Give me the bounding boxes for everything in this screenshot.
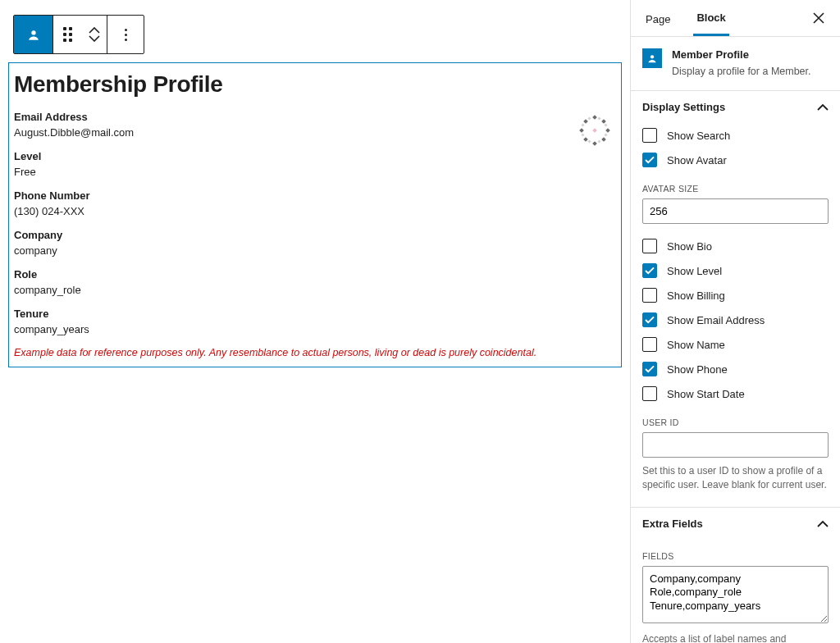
section-title-display: Display Settings: [642, 101, 817, 113]
svg-rect-8: [579, 128, 584, 133]
checkbox-row: Show Search: [642, 123, 829, 148]
svg-rect-5: [601, 137, 606, 142]
member-profile-icon: [25, 26, 42, 43]
section-toggle-display[interactable]: Display Settings: [631, 91, 840, 123]
checkbox-label: Show Phone: [667, 363, 728, 376]
checkbox-row: Show Name: [642, 332, 829, 357]
fields-label: FIELDS: [642, 551, 829, 561]
checkbox-row: Show Billing: [642, 283, 829, 308]
field-value: (130) 024-XXX: [14, 205, 616, 217]
svg-rect-6: [592, 141, 597, 146]
fields-help: Accepts a list of label names and metake…: [642, 632, 829, 643]
checkbox[interactable]: [642, 386, 657, 401]
member-profile-icon: [646, 52, 659, 65]
block-type-button[interactable]: [14, 16, 53, 53]
block-preview[interactable]: Membership Profile Email AddressAugust.D…: [8, 62, 622, 367]
svg-rect-7: [583, 137, 588, 142]
avatar-size-label: AVATAR SIZE: [642, 184, 829, 194]
sidebar-tabs: Page Block: [631, 0, 840, 37]
more-icon: [125, 29, 127, 41]
checkbox[interactable]: [642, 288, 657, 303]
svg-rect-15: [581, 133, 584, 136]
block-description: Display a profile for a Member.: [672, 66, 811, 77]
chevron-up-icon: [817, 103, 829, 111]
checkbox[interactable]: [642, 239, 657, 253]
svg-rect-4: [605, 128, 610, 133]
checkbox-row: Show Start Date: [642, 381, 829, 406]
avatar-size-input[interactable]: [642, 198, 829, 224]
field-value: Free: [14, 166, 616, 178]
tab-page[interactable]: Page: [642, 2, 673, 35]
field-value: August.Dibble@mail.com: [14, 126, 616, 139]
checkbox-label: Show Name: [667, 339, 725, 351]
close-sidebar-button[interactable]: [809, 8, 829, 28]
settings-sidebar: Page Block Member Profile Display a prof…: [630, 0, 840, 643]
user-id-help: Set this to a user ID to show a profile …: [642, 464, 829, 492]
check-icon: [645, 156, 655, 164]
checkbox-label: Show Level: [667, 265, 722, 277]
svg-rect-3: [601, 119, 606, 124]
svg-rect-16: [581, 123, 584, 126]
tab-block[interactable]: Block: [693, 0, 728, 36]
field-value: company_role: [14, 284, 616, 296]
block-icon: [642, 48, 662, 68]
svg-rect-17: [587, 116, 591, 120]
preview-title: Membership Profile: [14, 71, 616, 98]
checkbox-row: Show Level: [642, 258, 829, 283]
close-icon: [813, 12, 824, 24]
checkbox-label: Show Bio: [667, 240, 712, 253]
checkbox[interactable]: [642, 263, 657, 278]
checkbox[interactable]: [642, 312, 657, 327]
svg-rect-9: [583, 119, 588, 124]
field-label: Level: [14, 150, 616, 162]
svg-point-19: [651, 55, 654, 58]
section-toggle-extra[interactable]: Extra Fields: [631, 508, 840, 540]
chevron-down-icon: [89, 35, 100, 42]
field-label: Company: [14, 229, 616, 241]
svg-rect-13: [597, 139, 600, 143]
drag-icon: [63, 27, 72, 42]
svg-rect-2: [592, 115, 597, 120]
checkbox-row: Show Avatar: [642, 148, 829, 172]
svg-rect-18: [592, 128, 597, 133]
checkbox-label: Show Email Address: [667, 314, 765, 326]
checkbox-label: Show Start Date: [667, 388, 745, 400]
checkbox-row: Show Phone: [642, 357, 829, 381]
field-label: Tenure: [14, 308, 616, 320]
checkbox[interactable]: [642, 337, 657, 352]
block-name: Member Profile: [672, 48, 811, 61]
svg-rect-11: [604, 123, 607, 126]
user-id-input[interactable]: [642, 432, 829, 458]
checkbox[interactable]: [642, 153, 657, 167]
preview-disclaimer: Example data for reference purposes only…: [14, 347, 616, 358]
section-title-extra: Extra Fields: [642, 518, 817, 530]
field-label: Role: [14, 268, 616, 280]
field-value: company: [14, 244, 616, 257]
svg-point-1: [31, 30, 35, 34]
chevron-up-icon: [817, 520, 829, 527]
move-buttons[interactable]: [81, 16, 107, 53]
checkbox-row: Show Bio: [642, 234, 829, 258]
checkbox-label: Show Search: [667, 130, 730, 142]
drag-handle[interactable]: [53, 16, 81, 53]
avatar-placeholder: [575, 112, 614, 152]
checkbox[interactable]: [642, 362, 657, 376]
check-icon: [645, 316, 655, 324]
checkbox-label: Show Avatar: [667, 154, 727, 166]
check-icon: [645, 267, 655, 275]
field-value: company_years: [14, 323, 616, 335]
check-icon: [645, 365, 655, 373]
more-options-button[interactable]: [107, 16, 144, 53]
checkbox-row: Show Email Address: [642, 308, 829, 332]
user-id-label: USER ID: [642, 417, 829, 427]
fields-textarea[interactable]: [642, 566, 829, 623]
chevron-up-icon: [89, 27, 100, 34]
svg-rect-10: [597, 116, 600, 120]
svg-rect-14: [587, 139, 591, 143]
checkbox[interactable]: [642, 128, 657, 143]
field-label: Phone Number: [14, 189, 616, 202]
svg-rect-12: [604, 133, 607, 136]
checkbox-label: Show Billing: [667, 290, 725, 302]
field-label: Email Address: [14, 111, 616, 123]
block-toolbar: [13, 15, 144, 54]
